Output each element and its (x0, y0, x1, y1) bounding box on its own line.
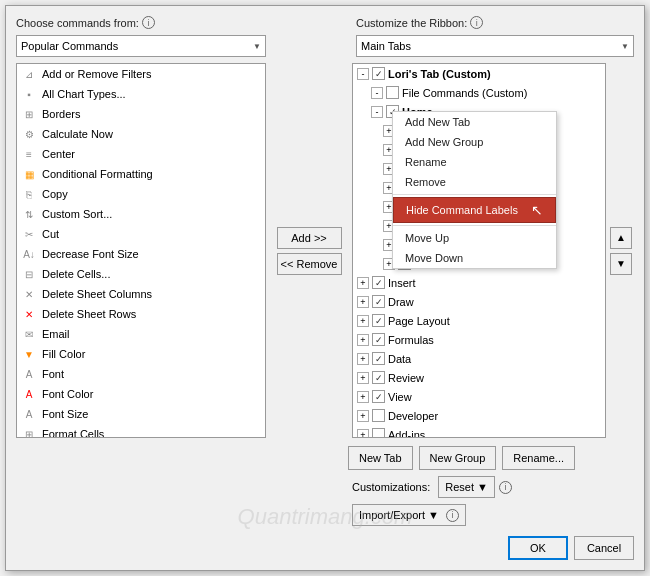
add-button[interactable]: Add >> (277, 227, 342, 249)
tree-checkbox[interactable]: ✓ (372, 333, 385, 346)
calc-icon: ⚙ (21, 126, 37, 142)
fill-icon: ▼ (21, 346, 37, 362)
list-item[interactable]: ⎘Copy (17, 184, 265, 204)
context-menu-item[interactable]: Rename (393, 152, 556, 172)
tree-expand-icon[interactable]: + (357, 391, 369, 403)
list-item[interactable]: ⊿Add or Remove Filters (17, 64, 265, 84)
list-item[interactable]: AFont Color (17, 384, 265, 404)
list-item[interactable]: ▦Conditional Formatting (17, 164, 265, 184)
context-menu-item[interactable]: Remove (393, 172, 556, 192)
main-content: ⊿Add or Remove Filters▪All Chart Types..… (16, 63, 634, 438)
tree-expand-icon[interactable]: + (357, 277, 369, 289)
right-info-icon[interactable]: i (470, 16, 483, 29)
reset-info-icon[interactable]: i (499, 481, 512, 494)
context-menu-item[interactable]: Add New Group (393, 132, 556, 152)
list-item[interactable]: ✂Cut (17, 224, 265, 244)
list-item[interactable]: ⊞Format Cells (17, 424, 265, 438)
chart-icon: ▪ (21, 86, 37, 102)
right-dropdown[interactable]: Main Tabs ▼ (356, 35, 634, 57)
list-item[interactable]: ✕Delete Sheet Rows (17, 304, 265, 324)
reset-button[interactable]: Reset ▼ (438, 476, 495, 498)
tree-checkbox[interactable] (386, 86, 399, 99)
tree-item[interactable]: +Add-ins (353, 425, 605, 438)
tree-item[interactable]: -✓Lori's Tab (Custom) (353, 64, 605, 83)
left-dropdown-arrow: ▼ (253, 42, 261, 51)
tree-checkbox[interactable]: ✓ (372, 295, 385, 308)
import-export-info-icon[interactable]: i (446, 509, 459, 522)
tree-item[interactable]: +✓Insert (353, 273, 605, 292)
ok-button[interactable]: OK (508, 536, 568, 560)
excel-options-dialog: Choose commands from: i Customize the Ri… (5, 5, 645, 571)
list-item[interactable]: ≡Center (17, 144, 265, 164)
cancel-button[interactable]: Cancel (574, 536, 634, 560)
tree-item[interactable]: +✓Data (353, 349, 605, 368)
tree-expand-icon[interactable]: + (357, 315, 369, 327)
tree-item[interactable]: +✓Review (353, 368, 605, 387)
tree-expand-icon[interactable]: + (357, 372, 369, 384)
context-menu-item[interactable]: Add New Tab (393, 112, 556, 132)
tree-item[interactable]: -File Commands (Custom) (353, 83, 605, 102)
tree-item[interactable]: +Developer (353, 406, 605, 425)
left-info-icon[interactable]: i (142, 16, 155, 29)
cursor-icon: ↖ (531, 202, 543, 218)
tree-expand-icon[interactable]: + (357, 296, 369, 308)
tree-expand-icon[interactable]: + (357, 410, 369, 422)
list-item[interactable]: ⚙Calculate Now (17, 124, 265, 144)
copy-icon: ⎘ (21, 186, 37, 202)
filter-icon: ⊿ (21, 66, 37, 82)
context-menu-divider (393, 194, 556, 195)
tree-expand-icon[interactable]: + (357, 353, 369, 365)
commands-list[interactable]: ⊿Add or Remove Filters▪All Chart Types..… (16, 63, 266, 438)
tree-item[interactable]: +✓Draw (353, 292, 605, 311)
list-item[interactable]: ▼Fill Color (17, 344, 265, 364)
context-menu-item[interactable]: Move Down (393, 248, 556, 268)
tree-checkbox[interactable]: ✓ (372, 67, 385, 80)
tree-checkbox[interactable] (372, 409, 385, 422)
tree-checkbox[interactable]: ✓ (372, 352, 385, 365)
tree-checkbox[interactable]: ✓ (372, 276, 385, 289)
right-label: Customize the Ribbon: i (356, 16, 634, 29)
import-export-button[interactable]: Import/Export ▼ i (352, 504, 466, 526)
list-item[interactable]: ▪All Chart Types... (17, 84, 265, 104)
sort-icon: ⇅ (21, 206, 37, 222)
list-item[interactable]: AFont Size (17, 404, 265, 424)
tree-item[interactable]: +✓Formulas (353, 330, 605, 349)
new-group-button[interactable]: New Group (419, 446, 497, 470)
list-item[interactable]: ✉Email (17, 324, 265, 344)
fontcolor-icon: A (21, 386, 37, 402)
right-list-container: -✓Lori's Tab (Custom)-File Commands (Cus… (352, 63, 606, 438)
left-list-container: ⊿Add or Remove Filters▪All Chart Types..… (16, 63, 266, 438)
list-item[interactable]: ✕Delete Sheet Columns (17, 284, 265, 304)
left-dropdown[interactable]: Popular Commands ▼ (16, 35, 266, 57)
rename-button[interactable]: Rename... (502, 446, 575, 470)
list-item[interactable]: ⇅Custom Sort... (17, 204, 265, 224)
tree-checkbox[interactable]: ✓ (372, 371, 385, 384)
tree-item[interactable]: +✓View (353, 387, 605, 406)
context-menu-item[interactable]: Move Up (393, 228, 556, 248)
del-row-icon: ✕ (21, 306, 37, 322)
customizations-label: Customizations: (352, 481, 430, 493)
new-tab-button[interactable]: New Tab (348, 446, 413, 470)
tree-expand-icon[interactable]: + (357, 334, 369, 346)
remove-button[interactable]: << Remove (277, 253, 342, 275)
format-cells-icon: ⊞ (21, 426, 37, 438)
tree-expand-icon[interactable]: - (357, 68, 369, 80)
tree-expand-icon[interactable]: + (357, 429, 369, 439)
move-up-arrow-button[interactable]: ▲ (610, 227, 632, 249)
border-icon: ⊞ (21, 106, 37, 122)
tree-checkbox[interactable]: ✓ (372, 390, 385, 403)
list-item[interactable]: A↓Decrease Font Size (17, 244, 265, 264)
tree-checkbox[interactable]: ✓ (372, 314, 385, 327)
move-down-arrow-button[interactable]: ▼ (610, 253, 632, 275)
bottom-buttons: New Tab New Group Rename... (16, 446, 634, 470)
list-item[interactable]: ⊞Borders (17, 104, 265, 124)
context-menu-item[interactable]: Hide Command Labels↖ (393, 197, 556, 223)
tree-item[interactable]: +✓Page Layout (353, 311, 605, 330)
tree-expand-icon[interactable]: - (371, 87, 383, 99)
cond-icon: ▦ (21, 166, 37, 182)
email-icon: ✉ (21, 326, 37, 342)
tree-expand-icon[interactable]: - (371, 106, 383, 118)
list-item[interactable]: ⊟Delete Cells... (17, 264, 265, 284)
tree-checkbox[interactable] (372, 428, 385, 438)
list-item[interactable]: AFont (17, 364, 265, 384)
